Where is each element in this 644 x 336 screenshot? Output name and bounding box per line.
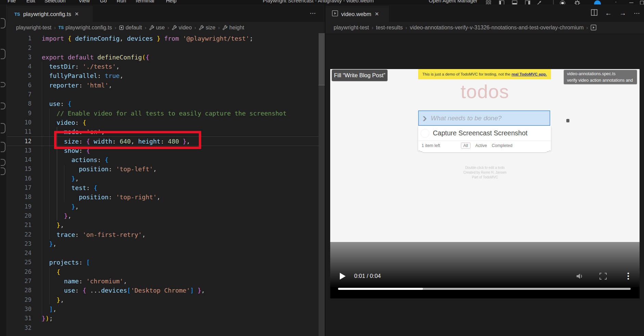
code-line-16: }, — [42, 174, 286, 183]
open-agent-manager-button[interactable]: Open Agent Manager — [429, 0, 478, 4]
video-file-icon — [591, 25, 596, 30]
breadcrumb-separator: › — [194, 25, 196, 30]
panel-right-icon[interactable] — [525, 0, 530, 4]
filter-completed[interactable]: Completed — [492, 143, 512, 148]
wrench-icon — [172, 25, 177, 30]
code-line-21: }, — [42, 220, 286, 230]
code-line-4: testDir: './tests', — [42, 62, 286, 71]
progress-bar[interactable] — [338, 288, 631, 290]
breadcrumb-item[interactable]: TSplaywright.config.ts — [59, 25, 112, 31]
tab-video-webm[interactable]: video.webm ✕ — [325, 6, 389, 22]
breadcrumb-item[interactable]: video-annotations-verify-v-31326-nnotati… — [410, 25, 584, 31]
breadcrumb-item[interactable]: height — [222, 25, 244, 31]
menu-view[interactable]: View — [79, 0, 90, 4]
typescript-icon: TS — [59, 25, 64, 30]
kebab-menu-icon[interactable]: ••• — [625, 272, 632, 280]
breadcrumb-separator: › — [372, 25, 373, 30]
filter-all[interactable]: All — [461, 143, 471, 149]
menu-help[interactable]: Help — [166, 0, 177, 4]
menu-go[interactable]: Go — [100, 0, 107, 4]
breadcrumb-item[interactable]: playwright-test — [334, 25, 369, 31]
card-stack-edge — [422, 151, 547, 152]
left-tab-bar: TS playwright.config.ts ✕ ⋯ — [7, 4, 325, 22]
menu-terminal[interactable]: Terminal — [135, 0, 154, 4]
account-avatar[interactable] — [594, 0, 599, 4]
breadcrumb-item[interactable]: default — [119, 25, 142, 31]
code-line-9: // Enable video for all tests to easily … — [42, 109, 286, 118]
filter-active[interactable]: Active — [475, 143, 487, 148]
editor-actions[interactable]: ⋯ — [310, 4, 316, 22]
code-line-29: }, — [42, 295, 286, 305]
code-line-25: projects: [ — [42, 258, 286, 267]
typescript-icon: TS — [14, 12, 20, 17]
panel-left-icon[interactable] — [499, 0, 504, 4]
account-icon-sliver[interactable] — [1, 123, 5, 133]
minimize-icon[interactable] — [629, 0, 634, 4]
grid-icon[interactable] — [486, 0, 491, 4]
code-line-5: fullyParallel: true, — [42, 71, 286, 80]
code-line-17: test: { — [42, 183, 286, 192]
customize-layout-icon[interactable] — [537, 0, 542, 4]
back-arrow-icon[interactable]: ← — [605, 9, 612, 17]
breadcrumb-item[interactable]: size — [199, 25, 215, 31]
more-dots-icon[interactable]: · — [615, 0, 620, 4]
maximize-icon[interactable] — [640, 0, 644, 4]
code-line-19: }, — [42, 202, 286, 211]
annotation-red-box — [54, 131, 201, 149]
breadcrumb-item[interactable]: playwright-test — [16, 25, 51, 31]
left-breadcrumb[interactable]: playwright-test›TSplaywright.config.ts›d… — [7, 22, 325, 33]
forward-arrow-icon[interactable]: → — [619, 9, 626, 17]
search-icon-sliver[interactable] — [1, 49, 5, 59]
activity-bar[interactable] — [0, 4, 7, 336]
fullscreen-icon[interactable] — [600, 273, 607, 281]
settings-icon-sliver[interactable] — [1, 159, 5, 166]
more-icon[interactable]: ⋯ — [634, 10, 640, 17]
code-line-3: export default defineConfig({ — [42, 53, 286, 62]
code-line-10: video: { — [42, 118, 286, 127]
close-icon[interactable]: ✕ — [375, 11, 379, 17]
action-annotation-badge: Fill “Write Blog Post” — [332, 69, 388, 81]
right-breadcrumb[interactable]: playwright-test›test-results›video-annot… — [325, 22, 644, 33]
menu-run[interactable]: Run — [117, 0, 126, 4]
video-player[interactable]: Fill “Write Blog Post” This is just a de… — [330, 69, 640, 298]
more-icon[interactable]: ⋯ — [310, 10, 316, 17]
chevron-icon-sliver[interactable] — [1, 103, 5, 109]
icon-sliver[interactable] — [1, 167, 5, 175]
editor-scrollbar[interactable] — [319, 33, 325, 336]
breadcrumb-item[interactable]: video — [172, 25, 192, 31]
dot-icon-sliver[interactable] — [1, 82, 5, 87]
wrench-icon — [149, 25, 154, 30]
breadcrumb-separator: › — [115, 25, 116, 30]
volume-icon[interactable] — [576, 272, 584, 281]
panel-bottom-icon[interactable] — [512, 0, 517, 4]
split-sash[interactable] — [325, 4, 325, 336]
breadcrumb-separator: › — [218, 25, 220, 30]
breadcrumb-item[interactable]: test-results — [376, 25, 403, 31]
code-line-2 — [42, 43, 286, 53]
items-left-label: 1 item left — [422, 143, 440, 148]
beaker-icon-sliver[interactable] — [1, 142, 5, 152]
play-button[interactable] — [340, 273, 346, 280]
video-preview-pane: Fill “Write Blog Post” This is just a de… — [325, 33, 644, 336]
breadcrumb-item[interactable]: use — [149, 25, 165, 31]
menu-file[interactable]: File — [8, 0, 16, 4]
code-editor[interactable]: 1234567891011121314151617181920212223242… — [7, 33, 325, 336]
breadcrumb-item[interactable] — [591, 25, 596, 30]
copy-icon-sliver[interactable] — [1, 18, 5, 28]
breadcrumb-separator: › — [405, 25, 407, 30]
menu-edit[interactable]: Edit — [26, 0, 35, 4]
copilot-icon[interactable] — [560, 0, 565, 4]
left-editor-group: TS playwright.config.ts ✕ ⋯ playwright-t… — [7, 4, 325, 336]
gear-icon[interactable] — [575, 0, 580, 4]
chevron-down-icon: ❯ — [422, 116, 427, 121]
split-editor-icon[interactable] — [591, 9, 597, 17]
code-line-27: name: 'chromium', — [42, 277, 286, 286]
menu-selection[interactable]: Selection — [44, 0, 66, 4]
code-line-15: position: 'top-left', — [42, 164, 286, 174]
breadcrumb-separator: › — [167, 25, 169, 30]
code-line-7 — [42, 90, 286, 99]
tab-playwright-config[interactable]: TS playwright.config.ts ✕ — [8, 6, 93, 22]
todo-input: ❯ What needs to be done? — [418, 110, 550, 126]
close-icon[interactable]: ✕ — [75, 11, 79, 17]
page-footer-line: Created by Remo H. Jansen — [330, 171, 640, 174]
